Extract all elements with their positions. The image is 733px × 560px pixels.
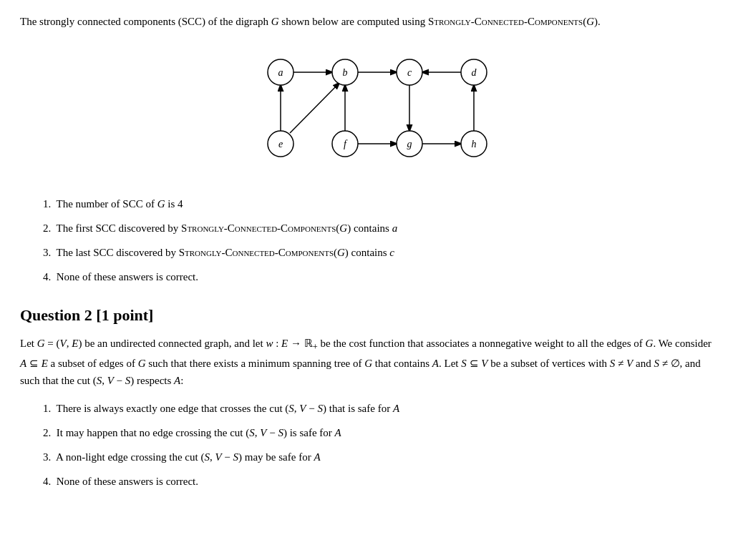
q1-answer-list: 1. The number of SCC of G is 4 2. The fi… [43,195,713,285]
intro-paragraph: The strongly connected components (SCC) … [20,13,713,31]
q2-item-4: 4. None of these answers is correct. [43,473,713,490]
q1-item-3: 3. The last SCC discovered by Strongly-C… [43,244,713,261]
svg-line-4 [290,83,339,133]
q2-answer-list: 1. There is always exactly one edge that… [43,400,713,490]
svg-text:h: h [472,139,477,149]
svg-text:d: d [472,67,477,78]
q2-item-2: 2. It may happen that no edge crossing t… [43,424,713,441]
svg-text:g: g [407,139,412,149]
q2-item-1: 1. There is always exactly one edge that… [43,400,713,417]
svg-text:b: b [343,67,348,78]
svg-text:a: a [278,67,283,78]
q2-title: Question 2 [1 point] [20,303,713,328]
q2-body: Let G = (V, E) be an undirected connecte… [20,335,713,390]
q1-item-4: 4. None of these answers is correct. [43,268,713,285]
svg-text:e: e [278,139,283,149]
svg-text:c: c [407,67,412,78]
graph-diagram: a b c d e f g h [20,44,713,180]
q2-item-3: 3. A non-light edge crossing the cut (S,… [43,448,713,466]
q1-item-2: 2. The first SCC discovered by Strongly-… [43,220,713,237]
q1-item-1: 1. The number of SCC of G is 4 [43,195,713,212]
